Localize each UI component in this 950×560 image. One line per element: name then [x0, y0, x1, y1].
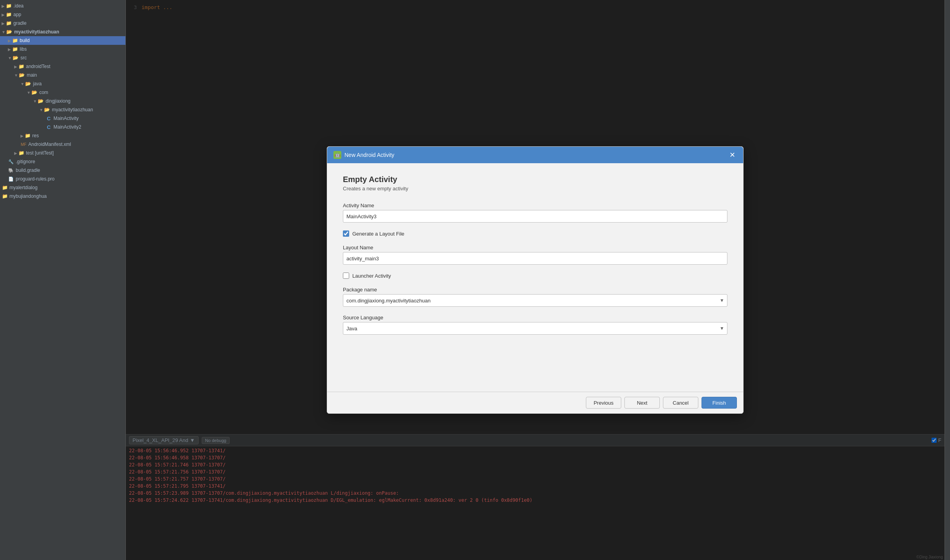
chevron-down-icon: ▼: [8, 56, 12, 60]
sidebar-item-dingjiaxiong[interactable]: ▼ 📂 dingjiaxiong: [0, 97, 125, 105]
folder-icon: 📁: [18, 150, 24, 156]
gradle-file-icon: 🐘: [8, 167, 14, 173]
main-editor-area: 3 import ... 🤖 New Android Activity ✕: [126, 0, 944, 560]
project-sidebar: ▶ 📁 .idea ▶ 📁 app ▶ 📁 gradle ▼ 📂 myactiv…: [0, 0, 126, 560]
tree-label: gradle: [13, 20, 26, 26]
sidebar-item-buildgradle[interactable]: 🐘 build.gradle: [0, 166, 125, 175]
source-language-field-group: Source Language Java Kotlin ▼: [343, 315, 727, 335]
tree-label: build: [20, 38, 29, 43]
previous-button[interactable]: Previous: [586, 397, 621, 409]
launcher-activity-label[interactable]: Launcher Activity: [352, 273, 391, 279]
source-language-label: Source Language: [343, 315, 727, 321]
sidebar-item-gitignore[interactable]: 🔧 .gitignore: [0, 157, 125, 166]
chevron-right-icon: ▶: [2, 4, 5, 8]
file-tree[interactable]: ▶ 📁 .idea ▶ 📁 app ▶ 📁 gradle ▼ 📂 myactiv…: [0, 0, 125, 560]
folder-open-icon: 📂: [25, 81, 31, 87]
section-header: Empty Activity Creates a new empty activ…: [343, 175, 727, 195]
folder-icon: 📁: [12, 46, 18, 52]
sidebar-item-main[interactable]: ▼ 📂 main: [0, 71, 125, 79]
folder-open-icon: 📂: [31, 89, 38, 96]
next-button[interactable]: Next: [624, 397, 660, 409]
tree-label: main: [27, 72, 37, 78]
sidebar-item-pkg-myactivity[interactable]: ▼ 📂 myactivitytiaozhuan: [0, 105, 125, 114]
layout-name-input[interactable]: [343, 252, 727, 265]
launcher-activity-row: Launcher Activity: [343, 273, 727, 279]
package-name-select-wrapper: com.dingjiaxiong.myactivitytiaozhuan ▼: [343, 294, 727, 307]
source-language-select[interactable]: Java Kotlin: [343, 322, 727, 335]
chevron-right-icon: ▶: [14, 151, 17, 155]
sidebar-item-proguard[interactable]: 📄 proguard-rules.pro: [0, 175, 125, 183]
dialog-footer: Previous Next Cancel Finish: [327, 392, 743, 413]
sidebar-item-myalertdialog[interactable]: 📁 myalertdialog: [0, 183, 125, 192]
tree-label: dingjiaxiong: [46, 98, 70, 104]
section-title: Empty Activity: [343, 175, 727, 184]
chevron-down-icon: ▼: [27, 90, 31, 95]
layout-name-field-group: Layout Name: [343, 245, 727, 265]
tree-label: MainActivity: [53, 116, 79, 121]
tree-label: build.gradle: [16, 168, 40, 173]
folder-open-icon: 📂: [44, 107, 50, 113]
pro-file-icon: 📄: [8, 176, 14, 182]
package-name-select[interactable]: com.dingjiaxiong.myactivitytiaozhuan: [343, 294, 727, 307]
folder-open-icon: 📂: [6, 29, 13, 35]
sidebar-item-test[interactable]: ▶ 📁 test [unitTest]: [0, 149, 125, 157]
sidebar-item-java[interactable]: ▼ 📂 java: [0, 79, 125, 88]
sidebar-item-com[interactable]: ▼ 📂 com: [0, 88, 125, 97]
dialog-body: Empty Activity Creates a new empty activ…: [327, 163, 743, 392]
sidebar-item-app[interactable]: ▶ 📁 app: [0, 10, 125, 19]
chevron-right-icon: ▶: [8, 39, 11, 43]
sidebar-item-gradle[interactable]: ▶ 📁 gradle: [0, 19, 125, 28]
tree-label: mybujiandonghua: [9, 193, 47, 199]
chevron-right-icon: ▶: [20, 134, 24, 138]
sidebar-item-myactivitytiaozhuan[interactable]: ▼ 📂 myactivitytiaozhuan: [0, 28, 125, 36]
folder-open-icon: 📂: [38, 98, 44, 104]
sidebar-item-mainactivity2[interactable]: C MainActivity2: [0, 123, 125, 131]
folder-icon: 📁: [24, 133, 31, 139]
java-file-icon: C: [46, 115, 52, 122]
sidebar-item-build[interactable]: ▶ 📁 build: [0, 36, 125, 45]
tree-label: src: [20, 55, 27, 61]
tree-label: androidTest: [26, 64, 50, 69]
layout-name-label: Layout Name: [343, 245, 727, 251]
new-android-activity-dialog: 🤖 New Android Activity ✕ Empty Activity …: [327, 146, 744, 414]
android-studio-icon: 🤖: [333, 151, 341, 159]
generate-layout-checkbox[interactable]: [343, 230, 349, 237]
tree-label: proguard-rules.pro: [16, 176, 55, 182]
chevron-right-icon: ▶: [8, 47, 11, 52]
sidebar-item-androidTest[interactable]: ▶ 📁 androidTest: [0, 62, 125, 71]
right-gutter-scrollbar[interactable]: [944, 0, 950, 560]
chevron-down-icon: ▼: [14, 73, 18, 77]
cancel-button[interactable]: Cancel: [663, 397, 698, 409]
launcher-activity-checkbox[interactable]: [343, 273, 349, 279]
tree-label: libs: [20, 46, 27, 52]
xml-file-icon: MF: [20, 141, 27, 147]
tree-label: com: [39, 90, 48, 95]
tree-label: test [unitTest]: [26, 150, 54, 156]
generate-layout-label[interactable]: Generate a Layout File: [352, 231, 404, 237]
folder-icon: 📁: [6, 3, 12, 9]
activity-name-input[interactable]: [343, 210, 727, 223]
finish-button[interactable]: Finish: [701, 397, 737, 409]
chevron-right-icon: ▶: [14, 64, 17, 69]
sidebar-item-idea[interactable]: ▶ 📁 .idea: [0, 2, 125, 10]
tree-label: myalertdialog: [9, 185, 37, 190]
tree-label: .gitignore: [16, 159, 35, 164]
folder-icon: 📁: [2, 184, 8, 191]
folder-yellow-icon: 📁: [12, 37, 18, 44]
tree-label: .idea: [13, 3, 24, 9]
chevron-down-icon: ▼: [39, 108, 43, 112]
folder-icon: 📁: [6, 20, 12, 26]
sidebar-item-androidmanifest[interactable]: MF AndroidManifest.xml: [0, 140, 125, 149]
sidebar-item-mainactivity[interactable]: C MainActivity: [0, 114, 125, 123]
chevron-right-icon: ▶: [2, 13, 5, 17]
sidebar-item-mybujiandonghua[interactable]: 📁 mybujiandonghua: [0, 192, 125, 201]
package-name-field-group: Package name com.dingjiaxiong.myactivity…: [343, 287, 727, 307]
generate-layout-row: Generate a Layout File: [343, 230, 727, 237]
dialog-close-button[interactable]: ✕: [728, 151, 737, 159]
tree-label: java: [33, 81, 42, 87]
sidebar-item-res[interactable]: ▶ 📁 res: [0, 131, 125, 140]
chevron-down-icon: ▼: [33, 99, 37, 103]
sidebar-item-libs[interactable]: ▶ 📁 libs: [0, 45, 125, 53]
tree-label: myactivitytiaozhuan: [14, 29, 59, 35]
sidebar-item-src[interactable]: ▼ 📂 src: [0, 53, 125, 62]
